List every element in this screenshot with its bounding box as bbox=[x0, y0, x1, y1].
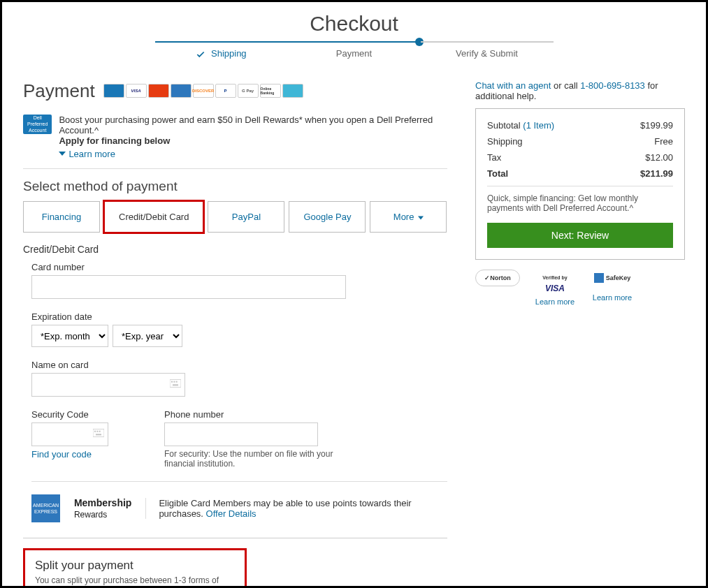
mastercard-icon bbox=[148, 84, 169, 98]
tab-more[interactable]: More bbox=[370, 201, 447, 233]
keyboard-icon bbox=[170, 378, 181, 388]
total-value: $211.99 bbox=[640, 168, 673, 179]
check-icon bbox=[196, 50, 205, 59]
card-number-input[interactable] bbox=[31, 275, 346, 299]
help-phone-link[interactable]: 1-800-695-8133 bbox=[580, 80, 645, 91]
expiration-label: Expiration date bbox=[31, 311, 447, 322]
checkout-stepper: Shipping Payment Verify & Submit bbox=[23, 41, 685, 59]
amex-icon bbox=[171, 84, 192, 98]
tax-value: $12.00 bbox=[645, 152, 673, 163]
exp-year-select[interactable]: *Exp. year bbox=[113, 325, 182, 347]
finance-note: Quick, simple financing: Get low monthly… bbox=[487, 186, 673, 213]
security-code-label: Security Code bbox=[31, 409, 108, 420]
phone-input[interactable] bbox=[164, 422, 318, 446]
name-on-card-input[interactable] bbox=[31, 373, 185, 397]
payment-heading: Payment bbox=[23, 80, 95, 102]
split-desc: You can split your purchase between 1-3 … bbox=[35, 575, 235, 588]
card-form-title: Credit/Debit Card bbox=[23, 244, 447, 255]
step-payment[interactable]: Payment bbox=[288, 41, 421, 59]
amex-offer-details-link[interactable]: Offer Details bbox=[206, 508, 257, 519]
subtotal-value: $199.99 bbox=[640, 120, 673, 131]
step-verify-label: Verify & Submit bbox=[456, 48, 518, 59]
promo-apply: Apply for financing below bbox=[59, 135, 170, 146]
divider bbox=[23, 538, 447, 538]
visa-learn-more-link[interactable]: Learn more bbox=[533, 297, 577, 306]
visa-logo-text: VISA bbox=[533, 284, 577, 293]
name-on-card-label: Name on card bbox=[31, 360, 447, 370]
svg-rect-3 bbox=[176, 381, 178, 383]
step-shipping-label: Shipping bbox=[211, 48, 247, 59]
keyboard-icon bbox=[93, 428, 104, 438]
payment-method-tabs: Financing Credit/Debit Card PayPal Googl… bbox=[23, 201, 447, 233]
paypal-icon: P bbox=[215, 84, 236, 98]
tax-label: Tax bbox=[487, 152, 501, 163]
learn-more-link[interactable]: Learn more bbox=[59, 149, 115, 159]
tab-google-pay[interactable]: Google Pay bbox=[289, 201, 366, 233]
safekey-icon: SafeKey bbox=[590, 270, 635, 286]
safekey-learn-more-link[interactable]: Learn more bbox=[590, 293, 635, 302]
promo-line: Boost your purchasing power and earn $50… bbox=[59, 115, 433, 135]
card-number-label: Card number bbox=[31, 262, 447, 272]
split-payment-section: Split your payment You can split your pu… bbox=[23, 548, 247, 588]
split-title: Split your payment bbox=[35, 559, 235, 573]
total-label: Total bbox=[487, 168, 508, 179]
svg-rect-1 bbox=[171, 381, 173, 383]
svg-rect-0 bbox=[170, 380, 181, 388]
dpa-badge-icon: Dell Preferred Account bbox=[23, 115, 52, 134]
norton-secured-icon: ✓Norton bbox=[475, 270, 520, 286]
page-title: Checkout bbox=[23, 12, 685, 36]
svg-rect-6 bbox=[94, 431, 96, 432]
step-payment-label: Payment bbox=[336, 48, 372, 59]
extra-card-icon bbox=[282, 84, 303, 98]
phone-label: Phone number bbox=[164, 409, 360, 420]
tab-paypal[interactable]: PayPal bbox=[208, 201, 284, 233]
discover-icon: DISCOVER bbox=[193, 84, 214, 98]
order-summary: Subtotal (1 Item) $199.99 Shipping Free … bbox=[475, 108, 685, 260]
caret-down-icon bbox=[59, 150, 66, 157]
visa-icon: VISA bbox=[126, 84, 147, 98]
svg-rect-4 bbox=[173, 384, 178, 385]
find-your-code-link[interactable]: Find your code bbox=[31, 449, 108, 460]
amex-text: Eligible Card Members may be able to use… bbox=[159, 498, 411, 519]
tab-financing[interactable]: Financing bbox=[23, 201, 100, 233]
select-method-title: Select method of payment bbox=[23, 179, 447, 194]
shipping-label: Shipping bbox=[487, 136, 523, 147]
svg-rect-9 bbox=[96, 434, 101, 435]
trust-badges: ✓Norton Verified by VISA Learn more Safe… bbox=[475, 270, 685, 306]
phone-help-text: For security: Use the number on file wit… bbox=[164, 449, 360, 469]
step-verify[interactable]: Verify & Submit bbox=[421, 41, 554, 59]
help-line: Chat with an agent or call 1-800-695-813… bbox=[475, 80, 685, 101]
svg-rect-2 bbox=[173, 381, 175, 383]
amex-title: MembershipRewards bbox=[74, 497, 131, 520]
svg-rect-7 bbox=[96, 431, 98, 432]
chat-with-agent-link[interactable]: Chat with an agent bbox=[475, 80, 551, 91]
next-review-button[interactable]: Next: Review bbox=[487, 223, 673, 248]
financing-promo: Dell Preferred Account Boost your purcha… bbox=[23, 115, 447, 170]
tab-credit-debit[interactable]: Credit/Debit Card bbox=[104, 201, 203, 233]
online-banking-icon: Online Banking bbox=[260, 84, 281, 98]
step-shipping[interactable]: Shipping bbox=[155, 41, 288, 59]
amex-badge-icon: AMERICAN EXPRESS bbox=[31, 494, 60, 522]
gpay-icon: G Pay bbox=[238, 84, 259, 98]
accepted-cards-row: VISA DISCOVER P G Pay Online Banking bbox=[103, 84, 303, 98]
shipping-value: Free bbox=[654, 136, 673, 147]
exp-month-select[interactable]: *Exp. month bbox=[31, 325, 108, 347]
caret-down-icon bbox=[418, 215, 424, 221]
dpa-icon bbox=[103, 84, 124, 98]
svg-rect-8 bbox=[99, 431, 101, 432]
amex-rewards-promo: AMERICAN EXPRESS MembershipRewards Eligi… bbox=[31, 481, 447, 522]
item-count-link[interactable]: (1 Item) bbox=[523, 120, 554, 131]
svg-rect-5 bbox=[93, 429, 104, 437]
subtotal-label: Subtotal bbox=[487, 120, 521, 131]
